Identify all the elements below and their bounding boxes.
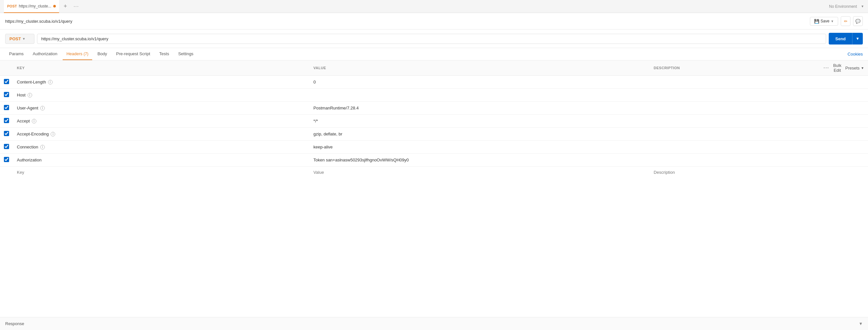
send-label: Send bbox=[829, 34, 852, 44]
row-value-cell-2[interactable]: PostmanRuntime/7.28.4 bbox=[310, 102, 650, 115]
info-icon-1[interactable]: i bbox=[28, 93, 32, 97]
tab-tests[interactable]: Tests bbox=[155, 48, 173, 60]
row-checkbox-6[interactable] bbox=[4, 157, 9, 162]
info-icon-0[interactable]: i bbox=[48, 80, 53, 85]
row-checkbox-1[interactable] bbox=[4, 92, 9, 97]
row-actions-cell-6 bbox=[819, 154, 868, 167]
save-button[interactable]: 💾 Save ▼ bbox=[810, 17, 838, 26]
row-key-value[interactable]: Connection bbox=[17, 145, 38, 149]
method-label: POST bbox=[9, 36, 21, 41]
th-description: DESCRIPTION bbox=[650, 60, 819, 76]
save-chevron-icon[interactable]: ▼ bbox=[831, 20, 834, 23]
env-chevron-icon[interactable]: ▼ bbox=[861, 4, 864, 8]
new-value-input[interactable] bbox=[314, 170, 646, 175]
row-checkbox-cell bbox=[0, 154, 13, 167]
edit-button[interactable]: ✏ bbox=[841, 16, 850, 26]
headers-badge: (7) bbox=[84, 52, 88, 56]
row-desc-cell-2[interactable] bbox=[650, 102, 819, 115]
row-checkbox-2[interactable] bbox=[4, 105, 9, 110]
url-input[interactable] bbox=[37, 34, 826, 44]
url-actions: 💾 Save ▼ ✏ 💬 bbox=[810, 16, 863, 26]
comment-icon: 💬 bbox=[855, 19, 861, 24]
row-checkbox-5[interactable] bbox=[4, 144, 9, 149]
table-row: Host i bbox=[0, 89, 868, 102]
row-checkbox-4[interactable] bbox=[4, 131, 9, 136]
row-actions-cell-3 bbox=[819, 115, 868, 128]
tab-bar: POST https://my_cluste... + ··· No Envir… bbox=[0, 0, 868, 13]
comment-button[interactable]: 💬 bbox=[853, 16, 863, 26]
th-actions: ··· Bulk Edit Presets ▼ bbox=[819, 60, 868, 76]
new-header-row bbox=[0, 167, 868, 178]
row-desc-cell-0[interactable] bbox=[650, 76, 819, 89]
row-value-cell-3[interactable]: */* bbox=[310, 115, 650, 128]
method-selector[interactable]: POST ▼ bbox=[5, 34, 34, 44]
row-checkbox-cell bbox=[0, 115, 13, 128]
presets-button[interactable]: Presets ▼ bbox=[845, 66, 864, 70]
row-key-value[interactable]: Authorization bbox=[17, 157, 41, 162]
row-key-cell-3: Accept i bbox=[13, 115, 310, 128]
environment-selector[interactable]: No Environment bbox=[829, 4, 857, 9]
table-row: Accept i */* bbox=[0, 115, 868, 128]
table-row: Authorization Token san+aslnasw50293sjlf… bbox=[0, 154, 868, 167]
row-key-value[interactable]: Accept bbox=[17, 119, 30, 123]
new-desc-input[interactable] bbox=[654, 170, 816, 175]
bulk-edit-button[interactable]: Bulk Edit bbox=[833, 63, 841, 73]
info-icon-3[interactable]: i bbox=[32, 119, 36, 123]
row-checkbox-cell bbox=[0, 141, 13, 154]
edit-icon: ✏ bbox=[844, 19, 847, 24]
tab-settings[interactable]: Settings bbox=[174, 48, 197, 60]
request-row: POST ▼ Send ▼ bbox=[0, 30, 868, 48]
row-value-cell-6[interactable]: Token san+aslnasw50293sjlfhgnoOvWW/sQH09… bbox=[310, 154, 650, 167]
row-desc-cell-5[interactable] bbox=[650, 141, 819, 154]
tab-body[interactable]: Body bbox=[93, 48, 111, 60]
cookies-link[interactable]: Cookies bbox=[847, 52, 863, 57]
row-desc-cell-6[interactable] bbox=[650, 154, 819, 167]
save-label: Save bbox=[820, 19, 829, 23]
send-button[interactable]: Send ▼ bbox=[829, 33, 863, 44]
row-key-cell-4: Accept-Encoding i bbox=[13, 128, 310, 141]
row-checkbox-cell bbox=[0, 102, 13, 115]
row-value-cell-1[interactable] bbox=[310, 89, 650, 102]
more-tabs-button[interactable]: ··· bbox=[72, 4, 81, 9]
method-chevron-icon: ▼ bbox=[22, 37, 25, 40]
presets-chevron-icon: ▼ bbox=[861, 66, 864, 70]
row-key-cell-0: Content-Length i bbox=[13, 76, 310, 89]
row-key-cell-1: Host i bbox=[13, 89, 310, 102]
tab-authorization[interactable]: Authorization bbox=[29, 48, 61, 60]
send-dropdown-icon[interactable]: ▼ bbox=[852, 34, 863, 43]
row-value-cell-0[interactable]: 0 bbox=[310, 76, 650, 89]
row-checkbox-cell bbox=[0, 76, 13, 89]
row-checkbox-0[interactable] bbox=[4, 79, 9, 84]
row-key-value[interactable]: User-Agent bbox=[17, 106, 38, 111]
row-key-value[interactable]: Host bbox=[17, 93, 26, 97]
info-icon-2[interactable]: i bbox=[40, 106, 45, 111]
tab-method-label: POST bbox=[7, 4, 17, 8]
th-value: VALUE bbox=[310, 60, 650, 76]
info-icon-4[interactable]: i bbox=[51, 132, 55, 137]
row-desc-cell-1[interactable] bbox=[650, 89, 819, 102]
table-row: Content-Length i 0 bbox=[0, 76, 868, 89]
row-actions-cell-1 bbox=[819, 89, 868, 102]
row-key-value[interactable]: Content-Length bbox=[17, 80, 46, 85]
url-area: https://my_cluster.scuba.io/v1/query 💾 S… bbox=[0, 13, 868, 30]
row-actions-cell-4 bbox=[819, 128, 868, 141]
info-icon-5[interactable]: i bbox=[40, 145, 45, 149]
table-row: Connection i keep-alive bbox=[0, 141, 868, 154]
row-actions-cell-5 bbox=[819, 141, 868, 154]
tab-params[interactable]: Params bbox=[5, 48, 28, 60]
tab-pre-request-script[interactable]: Pre-request Script bbox=[112, 48, 154, 60]
request-title: https://my_cluster.scuba.io/v1/query bbox=[5, 19, 810, 24]
row-checkbox-3[interactable] bbox=[4, 118, 9, 123]
row-key-value[interactable]: Accept-Encoding bbox=[17, 131, 49, 137]
row-desc-cell-4[interactable] bbox=[650, 128, 819, 141]
tab-headers[interactable]: Headers (7) bbox=[63, 48, 92, 60]
add-tab-button[interactable]: + bbox=[62, 3, 69, 10]
new-key-input[interactable] bbox=[17, 170, 306, 175]
row-key-cell-6: Authorization bbox=[13, 154, 310, 167]
row-value-cell-4[interactable]: gzip, deflate, br bbox=[310, 128, 650, 141]
row-value-cell-5[interactable]: keep-alive bbox=[310, 141, 650, 154]
row-desc-cell-3[interactable] bbox=[650, 115, 819, 128]
active-request-tab[interactable]: POST https://my_cluste... bbox=[4, 0, 59, 13]
tab-unsaved-dot bbox=[53, 5, 56, 7]
table-more-icon[interactable]: ··· bbox=[824, 65, 829, 70]
